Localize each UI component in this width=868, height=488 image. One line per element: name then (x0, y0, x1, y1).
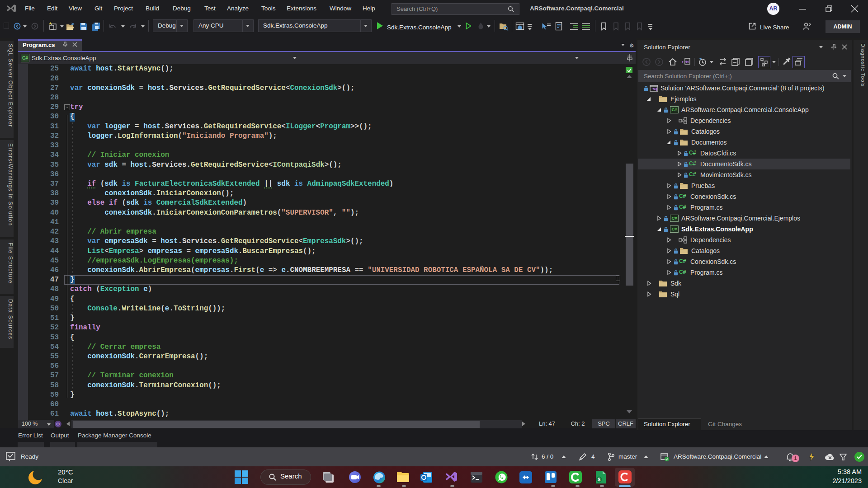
svg-text:$: $ (598, 477, 600, 482)
